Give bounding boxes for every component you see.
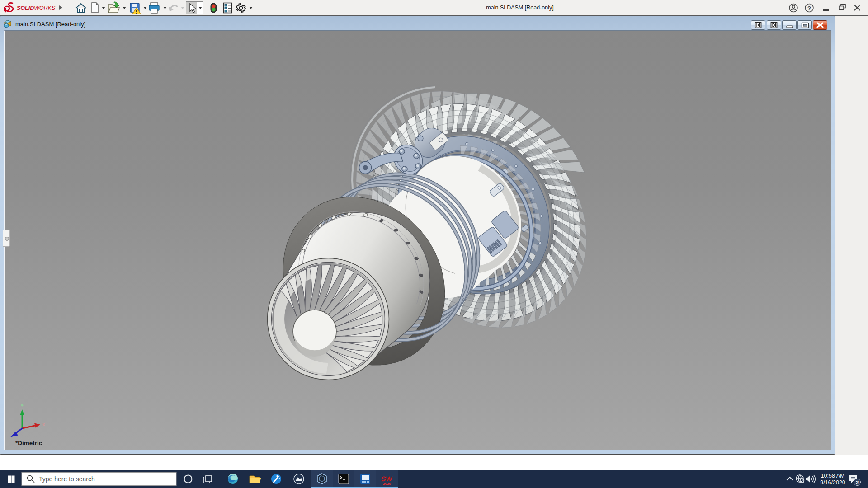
svg-text:x: x [42, 422, 45, 427]
svg-text:9/16/2020: 9/16/2020 [820, 479, 845, 486]
svg-text:?: ? [807, 5, 811, 12]
svg-text:2: 2 [856, 480, 859, 485]
svg-text:SOLIDWORKS: SOLIDWORKS [17, 5, 56, 11]
svg-text:2020: 2020 [383, 482, 391, 486]
svg-text:10:58 AM: 10:58 AM [821, 473, 845, 479]
svg-text:Type here to search: Type here to search [39, 475, 95, 483]
